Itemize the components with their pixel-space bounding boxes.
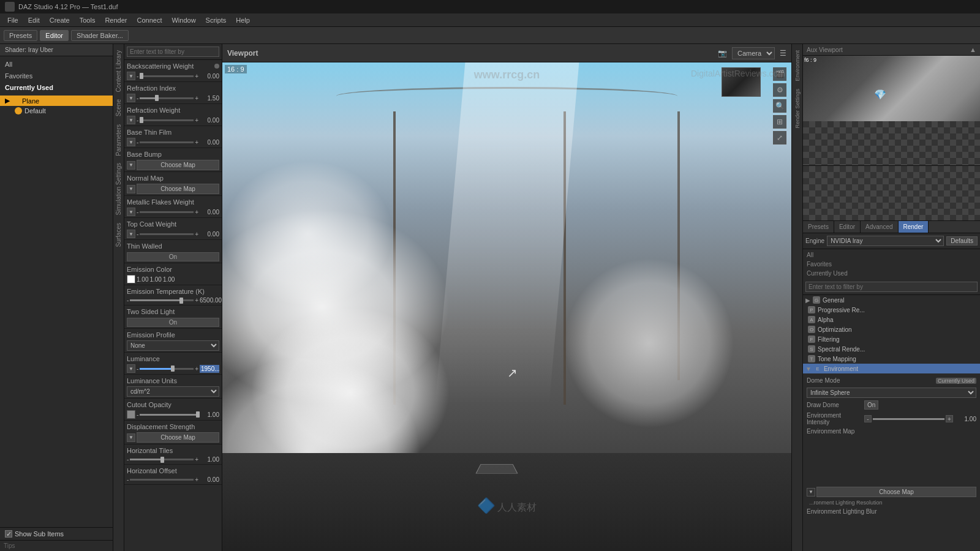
- rs-env-map-choose[interactable]: Choose Map: [816, 487, 976, 497]
- dome-mode-select[interactable]: Infinite Sphere: [807, 388, 976, 398]
- rs-tab-render[interactable]: Render: [899, 221, 929, 233]
- camera-select[interactable]: Camera: [732, 47, 775, 59]
- rs-expand-general: ▶: [805, 297, 810, 304]
- rs-defaults-btn[interactable]: Defaults: [946, 236, 978, 246]
- cat-all[interactable]: All: [0, 59, 113, 70]
- rs-tab-advanced[interactable]: Advanced: [861, 221, 898, 233]
- aux-viewport-2-inner: [803, 166, 980, 220]
- prop-dd-1[interactable]: ▼: [127, 94, 135, 102]
- vp-expand-icon[interactable]: ⤢: [773, 131, 786, 144]
- cat-favorites[interactable]: Favorites: [0, 70, 113, 81]
- aux-expand-icon[interactable]: ▲: [970, 46, 976, 53]
- rs-env-map-dd[interactable]: ▼: [807, 488, 815, 497]
- vp-settings-icon[interactable]: ⚙: [773, 83, 786, 97]
- aux-viewport-main: 💎 f6 : 9: [803, 56, 980, 166]
- emission-profile-select[interactable]: None: [127, 340, 219, 351]
- prop-normal-map: Normal Map ▼ Choose Map: [124, 172, 222, 196]
- menu-create[interactable]: Create: [45, 15, 75, 25]
- aux-floor: [803, 121, 980, 165]
- two-sided-light-toggle[interactable]: On: [127, 318, 219, 327]
- rs-dome-mode-label: Dome Mode: [807, 377, 862, 384]
- rs-item-filtering[interactable]: F Filtering: [803, 334, 980, 344]
- vp-render-icon[interactable]: 🎬: [773, 67, 786, 81]
- rs-search-area: [803, 279, 980, 295]
- menu-edit[interactable]: Edit: [23, 15, 45, 25]
- rs-draw-dome-btn[interactable]: On: [864, 400, 878, 410]
- prop-dd-16[interactable]: ▼: [127, 433, 135, 442]
- tab-presets[interactable]: Presets: [4, 30, 37, 41]
- menu-file[interactable]: File: [2, 15, 23, 25]
- luminance-units-select[interactable]: cd/m^2: [127, 386, 219, 397]
- prop-base-bump: Base Bump ▼ Choose Map: [124, 148, 222, 172]
- cursor-indicator: ↗: [507, 365, 518, 380]
- rs-tab-editor[interactable]: Editor: [834, 221, 861, 233]
- side-tab-surfaces[interactable]: Surfaces: [114, 219, 123, 250]
- prop-refraction-index: Refraction Index ▼ - + 1.50: [124, 82, 222, 104]
- menu-render[interactable]: Render: [100, 15, 132, 25]
- rs-env-intensity-minus[interactable]: -: [864, 415, 872, 422]
- emission-color-box[interactable]: [127, 275, 135, 283]
- prop-dd-6[interactable]: ▼: [127, 208, 135, 216]
- side-tab-scene[interactable]: Scene: [114, 96, 123, 120]
- rs-tab-presets[interactable]: Presets: [803, 221, 834, 233]
- tree-item-plane[interactable]: ▶ Plane: [0, 96, 113, 106]
- vp-frame-icon[interactable]: ⊞: [773, 115, 786, 129]
- prop-dd-13[interactable]: ▼: [127, 364, 135, 373]
- rs-dome-mode-row: Dome Mode Currently Used Infinite Sphere: [807, 376, 976, 399]
- base-bump-choose-map[interactable]: Choose Map: [137, 160, 219, 170]
- normal-map-choose-map[interactable]: Choose Map: [137, 184, 219, 194]
- side-tab-content-library[interactable]: Content Library: [114, 47, 123, 96]
- rs-item-progressive[interactable]: P Progressive Re...: [803, 305, 980, 315]
- menu-tools[interactable]: Tools: [75, 15, 100, 25]
- prop-dd-7[interactable]: ▼: [127, 230, 135, 238]
- prop-dd-2[interactable]: ▼: [127, 116, 135, 124]
- tab-editor[interactable]: Editor: [40, 30, 69, 41]
- prop-dd-0[interactable]: ▼: [127, 72, 135, 80]
- rs-cat-all[interactable]: All: [803, 250, 980, 260]
- prop-horizontal-tiles: Horizontal Tiles - + 1.00: [124, 444, 222, 465]
- show-sub-checkbox[interactable]: ✓: [5, 530, 12, 538]
- props-search-area: [124, 44, 222, 60]
- menu-bar: File Edit Create Tools Render Connect Wi…: [0, 13, 980, 27]
- left-bottom: ✓ Show Sub Items: [0, 527, 113, 540]
- rs-icon-progressive: P: [808, 306, 815, 313]
- side-tab-render-settings-right[interactable]: Render Settings: [793, 85, 802, 132]
- render-settings-panel: Presets Editor Advanced Render Engine NV…: [803, 221, 980, 551]
- viewport-menu-icon[interactable]: ☰: [780, 49, 786, 58]
- displacement-choose-map[interactable]: Choose Map: [137, 432, 219, 443]
- rs-cat-favorites[interactable]: Favorites: [803, 260, 980, 269]
- rs-item-spectral[interactable]: S Spectral Rende...: [803, 344, 980, 354]
- rs-tree: ▶ G General P Progressive Re... A Alpha: [803, 295, 980, 373]
- rs-icon-general: G: [813, 296, 820, 304]
- tree-item-default[interactable]: Default: [0, 106, 113, 116]
- scene-tree: All Favorites Currently Used ▶ Plane Def…: [0, 56, 113, 527]
- rs-item-environment[interactable]: ▼ E Environment: [803, 364, 980, 373]
- side-tab-environment-right[interactable]: Environment: [793, 47, 802, 85]
- prop-dd-5[interactable]: ▼: [127, 185, 135, 193]
- tab-shader-baker[interactable]: Shader Baker...: [71, 30, 129, 41]
- rs-item-optimization[interactable]: O Optimization: [803, 324, 980, 334]
- thin-walled-toggle[interactable]: On: [127, 252, 219, 261]
- rs-engine-select[interactable]: NVIDIA Iray: [827, 236, 944, 246]
- props-search-input[interactable]: [127, 47, 219, 57]
- viewport-content: ↗ 16 : 9 🎬 ⚙ 🔍 ⊞ ⤢ www.rrcg.cn DigitalAr…: [222, 62, 791, 551]
- prop-dd-3[interactable]: ▼: [127, 138, 135, 146]
- app-icon: [5, 2, 15, 12]
- vp-zoom-icon[interactable]: 🔍: [773, 99, 786, 113]
- camera-icon: 📷: [718, 49, 727, 58]
- side-tab-parameters[interactable]: Parameters: [114, 121, 123, 160]
- rs-env-intensity-plus[interactable]: +: [946, 415, 953, 422]
- side-tab-simulation[interactable]: Simulation Settings: [114, 159, 123, 219]
- rs-item-tone-mapping[interactable]: T Tone Mapping: [803, 354, 980, 364]
- menu-help[interactable]: Help: [231, 15, 255, 25]
- prop-dd-4[interactable]: ▼: [127, 161, 135, 170]
- cat-currently-used[interactable]: Currently Used: [0, 82, 113, 93]
- rs-icon-optimization: O: [808, 326, 815, 333]
- rs-item-alpha[interactable]: A Alpha: [803, 315, 980, 324]
- menu-window[interactable]: Window: [167, 15, 200, 25]
- menu-scripts[interactable]: Scripts: [201, 15, 232, 25]
- rs-cat-currently-used[interactable]: Currently Used: [803, 269, 980, 278]
- menu-connect[interactable]: Connect: [132, 15, 167, 25]
- rs-item-general[interactable]: ▶ G General: [803, 295, 980, 305]
- rs-search-input[interactable]: [805, 282, 978, 292]
